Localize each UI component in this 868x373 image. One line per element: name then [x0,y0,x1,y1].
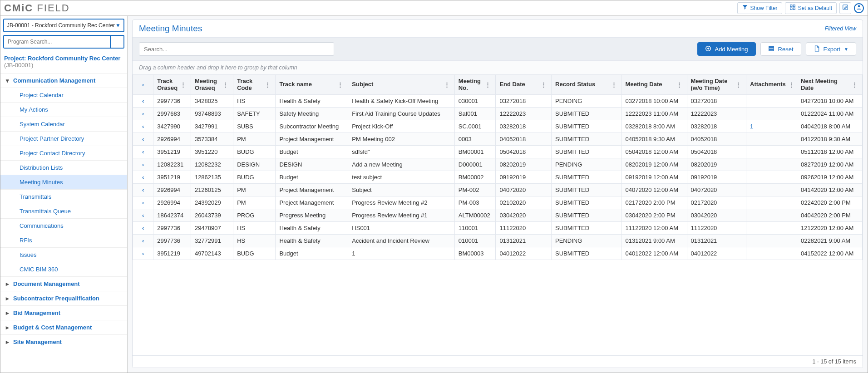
chevron-left-icon[interactable]: ‹ [142,199,144,206]
column-menu-icon[interactable]: ⋮ [540,81,547,88]
column-menu-icon[interactable]: ⋮ [179,81,187,88]
sidebar-item[interactable]: Transmittals Queue [0,204,127,218]
chevron-left-icon[interactable]: ‹ [142,212,144,219]
triangle-right-icon: ▸ [5,309,10,316]
program-search-input[interactable] [4,36,110,48]
column-header[interactable]: Meeting No.⋮ [454,75,496,95]
sidebar-section[interactable]: ▸Subcontractor Prequalification [0,291,127,305]
column-menu-icon[interactable]: ⋮ [788,81,795,88]
sidebar-item-label: Distribution Lists [20,164,63,171]
table-row[interactable]: ‹292699424392029PMProject ManagementProg… [133,196,863,209]
column-header[interactable]: Meeting Oraseq⋮ [191,75,233,95]
chevron-left-icon[interactable]: ‹ [142,148,144,155]
cell-track_code: PM [233,184,276,196]
column-menu-icon[interactable]: ⋮ [735,81,742,88]
user-icon [856,4,862,12]
filtered-view-label[interactable]: Filtered View [825,25,856,32]
column-header[interactable]: Next Meeting Date⋮ [797,75,863,95]
sidebar-item[interactable]: Transmittals [0,189,127,204]
column-header[interactable]: Meeting Date (w/o Time)⋮ [687,75,746,95]
sidebar-item-label: My Actions [20,106,48,113]
grid-scroll[interactable]: ‹Track Oraseq⋮Meeting Oraseq⋮Track Code⋮… [133,74,863,355]
sidebar-item[interactable]: Meeting Minutes [0,175,127,189]
table-row[interactable]: ‹299768393748893SAFETYSafety MeetingFirs… [133,108,863,120]
table-row[interactable]: ‹1864237426043739PROGProgress MeetingPro… [133,209,863,222]
column-header[interactable]: Track name⋮ [276,75,348,95]
chevron-left-icon[interactable]: ‹ [142,174,144,181]
table-row[interactable]: ‹395121949702143BUDGBudget1BM00003040120… [133,247,863,260]
chevron-left-icon[interactable]: ‹ [142,136,144,142]
column-header[interactable]: Subject⋮ [348,75,455,95]
cell-track_code: DESIGN [233,158,276,171]
cell-meeting_oraseq: 3951220 [191,146,233,158]
column-menu-icon[interactable]: ⋮ [336,81,344,88]
column-header[interactable]: Track Oraseq⋮ [153,75,191,95]
column-menu-icon[interactable]: ⋮ [610,81,618,88]
table-row[interactable]: ‹34279903427991SUBSSubcontractor Meeting… [133,120,863,133]
sidebar-item[interactable]: System Calendar [0,117,127,131]
sidebar-item[interactable]: Project Partner Directory [0,131,127,146]
table-row[interactable]: ‹395121912862135BUDGBudgettest subjectBM… [133,171,863,184]
cell-record_status: SUBMITTED [552,222,622,235]
sidebar-section[interactable]: ▾Communication Management [0,73,127,88]
sidebar-item[interactable]: Issues [0,247,127,262]
table-row[interactable]: ‹292699421260125PMProject ManagementSubj… [133,184,863,196]
sidebar-item[interactable]: My Actions [0,102,127,117]
column-menu-icon[interactable]: ⋮ [222,81,229,88]
chevron-left-icon[interactable]: ‹ [142,98,144,104]
sidebar-section[interactable]: ▸Budget & Cost Management [0,320,127,334]
chevron-left-icon[interactable]: ‹ [142,110,144,117]
sidebar-section[interactable]: ▸Site Management [0,334,127,349]
program-search-settings-button[interactable] [110,36,123,48]
table-row[interactable]: ‹39512193951220BUDGBudgetsdfsfd"BM000010… [133,146,863,158]
export-button[interactable]: Export ▼ [806,42,856,56]
show-filter-button[interactable]: Show Filter [737,2,782,14]
table-row[interactable]: ‹299773632772991HSHealth & SafetyAcciden… [133,235,863,247]
cell-meeting_date_wo: 09192019 [687,171,746,184]
cell-subject: HS001 [348,222,455,235]
chevron-left-icon[interactable]: ‹ [142,225,144,231]
column-header-label: Subject [352,81,373,88]
sidebar-item[interactable]: Communications [0,218,127,233]
expander-header[interactable]: ‹ [133,75,153,95]
table-row[interactable]: ‹299773629478907HSHealth & SafetyHS00111… [133,222,863,235]
column-menu-icon[interactable]: ⋮ [676,81,683,88]
add-meeting-button[interactable]: Add Meeting [697,42,756,56]
chevron-left-icon[interactable]: ‹ [142,237,144,244]
sidebar-section[interactable]: ▸Bid Management [0,305,127,320]
column-header[interactable]: Record Status⋮ [552,75,622,95]
column-menu-icon[interactable]: ⋮ [851,81,858,88]
project-select[interactable]: JB-00001 - Rockford Community Rec Center… [3,19,124,32]
table-row[interactable]: ‹29269943573384PMProject ManagementPM Me… [133,133,863,146]
chevron-left-icon[interactable]: ‹ [142,123,144,130]
project-breadcrumb[interactable]: Project: Rockford Community Rec Center (… [0,51,127,73]
edit-button[interactable] [839,2,851,14]
column-header[interactable]: Attachments⋮ [746,75,797,95]
grid-search-input[interactable] [139,42,334,56]
column-header[interactable]: Meeting Date⋮ [621,75,687,95]
sidebar-item[interactable]: RFIs [0,233,127,247]
column-menu-icon[interactable]: ⋮ [443,81,451,88]
chevron-left-icon[interactable]: ‹ [142,161,144,168]
sidebar-section[interactable]: ▸Document Management [0,276,127,291]
cell-end_date: 08202019 [496,158,552,171]
table-row[interactable]: ‹29977363428025HSHealth & SafetyHealth &… [133,95,863,108]
table-row[interactable]: ‹1208223112082232DESIGNDESIGNAdd a new M… [133,158,863,171]
column-header[interactable]: Track Code⋮ [233,75,276,95]
cell-attachments[interactable]: 1 [746,120,797,133]
column-menu-icon[interactable]: ⋮ [484,81,492,88]
sidebar-item[interactable]: CMiC BIM 360 [0,262,127,276]
set-default-button[interactable]: Set as Default [785,2,837,14]
column-menu-icon[interactable]: ⋮ [264,81,271,88]
column-header[interactable]: End Date⋮ [496,75,552,95]
group-by-hint[interactable]: Drag a column header and drop it here to… [133,61,863,74]
chevron-left-icon[interactable]: ‹ [142,250,144,257]
cell-track_name: Health & Safety [276,222,348,235]
cell-meeting_oraseq: 32772991 [191,235,233,247]
chevron-left-icon[interactable]: ‹ [142,186,144,193]
reset-button[interactable]: Reset [760,42,801,56]
user-menu-button[interactable] [854,3,864,13]
sidebar-item[interactable]: Project Contact Directory [0,146,127,160]
sidebar-item[interactable]: Project Calendar [0,88,127,102]
sidebar-item[interactable]: Distribution Lists [0,160,127,175]
